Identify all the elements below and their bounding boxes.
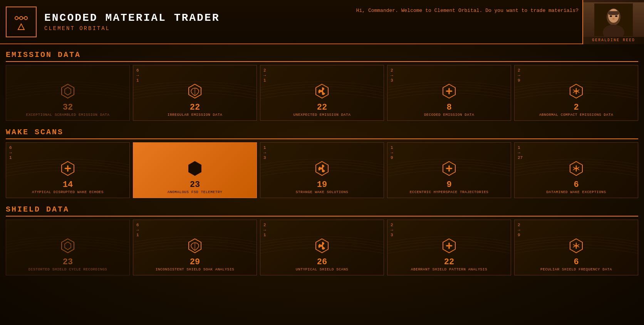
card-unexpected_emission[interactable]: 2 → 1 22UNEXPECTED EMISSION DATA: [260, 65, 384, 121]
svg-point-13: [612, 18, 615, 19]
logo-icon: [10, 10, 33, 33]
card-icon-anomalous_fsd: [186, 160, 203, 179]
svg-point-2: [24, 17, 27, 20]
cards-row-emission_data: 32EXCEPTIONAL SCRAMBLED EMISSION DATA 6 …: [6, 65, 638, 121]
cards-row-shield_data: 23DISTORTED SHIELD CYCLE RECORDINGS 6 → …: [6, 220, 638, 275]
card-untypical_shield[interactable]: 2 → 1 26UNTYPICAL SHIELD SCANS: [260, 220, 384, 275]
header-title-block: ENCODED MATERIAL TRADER CLEMENT ORBITAL: [44, 12, 220, 32]
card-datamined_wake[interactable]: 1 → 27 6DATAMINED WAKE EXCEPTIONS: [514, 142, 638, 198]
card-ratio-unexpected_emission: 2 → 1: [263, 68, 266, 83]
card-label-anomalous_fsd: ANOMALOUS FSD TELEMETRY: [168, 190, 223, 195]
card-strange_wake[interactable]: 1 → 3 19STRANGE WAKE SOLUTIONS: [260, 142, 384, 198]
header-subtitle: CLEMENT ORBITAL: [44, 25, 220, 32]
svg-marker-5: [18, 24, 24, 30]
svg-rect-10: [608, 11, 619, 15]
card-distorted_shield[interactable]: 23DISTORTED SHIELD CYCLE RECORDINGS: [6, 220, 130, 275]
header-title: ENCODED MATERIAL TRADER: [44, 12, 220, 24]
card-peculiar_shield[interactable]: 2 → 9 6PECULIAR SHIELD FREQUENCY DATA: [514, 220, 638, 275]
header: ENCODED MATERIAL TRADER CLEMENT ORBITAL …: [0, 0, 644, 44]
avatar-face: [583, 2, 644, 37]
svg-point-9: [608, 9, 619, 23]
header-avatar: GERALDINE REED: [582, 0, 644, 44]
card-ratio-peculiar_shield: 2 → 9: [518, 223, 520, 237]
section-emission_data: EMISSION DATA 32EXCEPTIONAL SCRAMBLED EM…: [0, 47, 644, 121]
card-ratio-strange_wake: 1 → 3: [263, 146, 266, 160]
svg-point-1: [15, 17, 18, 20]
section-shield_data: SHIELD DATA 23DISTORTED SHIELD CYCLE REC…: [0, 202, 644, 275]
section-title-emission_data: EMISSION DATA: [6, 50, 638, 62]
card-ratio-decoded_emission: 2 → 3: [391, 68, 393, 83]
card-ratio-irregular_emission: 6 → 1: [136, 68, 139, 83]
section-title-shield_data: SHIELD DATA: [6, 205, 638, 217]
card-atypical_disrupted[interactable]: 6 → 1 14ATYPICAL DISRUPTED WAKE ECHOES: [6, 142, 130, 198]
header-greeting: Hi, Commander. Welcome to Clement Orbita…: [356, 8, 579, 13]
card-abnormal_compact[interactable]: 2 → 9 2ABNORMAL COMPACT EMISSIONS DATA: [514, 65, 638, 121]
svg-point-11: [610, 15, 612, 17]
header-logo: [6, 7, 37, 37]
svg-point-12: [615, 15, 617, 17]
section-title-wake_scans: WAKE SCANS: [6, 128, 638, 139]
card-ratio-aberrant_shield: 2 → 3: [391, 223, 393, 237]
card-ratio-abnormal_compact: 2 → 9: [518, 68, 520, 83]
section-wake_scans: WAKE SCANS 6 → 1 14ATYPICAL DISRUPTED WA…: [0, 125, 644, 198]
card-ratio-eccentric_hyperspace: 1 → 9: [391, 146, 393, 160]
avatar-name: GERALDINE REED: [592, 38, 635, 42]
svg-point-0: [20, 17, 23, 20]
card-aberrant_shield[interactable]: 2 → 3 22ABERRANT SHIELD PATTERN ANALYSIS: [387, 220, 511, 275]
card-decoded_emission[interactable]: 2 → 3 8DECODED EMISSION DATA: [387, 65, 511, 121]
card-ratio-untypical_shield: 2 → 1: [263, 223, 266, 237]
card-count-anomalous_fsd: 23: [190, 180, 200, 190]
cards-row-wake_scans: 6 → 1 14ATYPICAL DISRUPTED WAKE ECHOES 2…: [6, 142, 638, 198]
avatar-image: [594, 3, 633, 36]
card-inconsistent_shield[interactable]: 6 → 1 29INCONSISTENT SHIELD SOAK ANALYSI…: [133, 220, 257, 275]
card-ratio-inconsistent_shield: 6 → 1: [136, 223, 139, 237]
card-eccentric_hyperspace[interactable]: 1 → 9 9ECCENTRIC HYPERSPACE TRAJECTORIES: [387, 142, 511, 198]
card-ratio-datamined_wake: 1 → 27: [518, 146, 523, 160]
card-irregular_emission[interactable]: 6 → 1 22IRREGULAR EMISSION DATA: [133, 65, 257, 121]
card-anomalous_fsd[interactable]: 23ANOMALOUS FSD TELEMETRY: [133, 142, 257, 198]
card-exceptional_scrambled[interactable]: 32EXCEPTIONAL SCRAMBLED EMISSION DATA: [6, 65, 130, 121]
card-ratio-atypical_disrupted: 6 → 1: [9, 146, 12, 160]
